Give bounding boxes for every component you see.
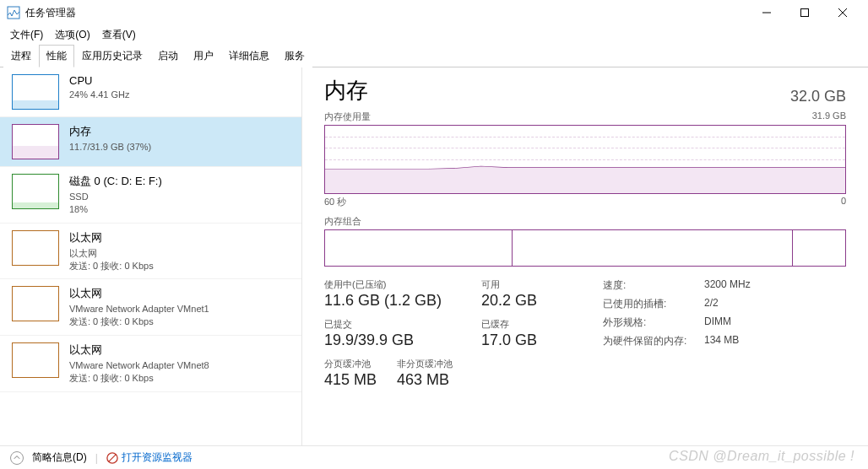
sidebar-thumbnail: [12, 286, 59, 321]
paged-value: 415 MB: [324, 371, 377, 389]
brief-info-link[interactable]: 简略信息(D): [32, 450, 87, 465]
slots-value: 2/2: [704, 297, 751, 312]
available-label: 可用: [481, 278, 574, 291]
sidebar-item-name: 磁盘 0 (C: D: E: F:): [69, 174, 162, 189]
sidebar-item-sub1: SSD: [69, 191, 162, 203]
tab-bar: 进程 性能 应用历史记录 启动 用户 详细信息 服务: [0, 44, 868, 67]
svg-line-6: [108, 454, 116, 461]
tab-processes[interactable]: 进程: [3, 45, 39, 67]
sidebar-item-blank-4[interactable]: 以太网VMware Network Adapter VMnet1发送: 0 接收…: [0, 279, 301, 336]
speed-value: 3200 MHz: [704, 278, 751, 294]
sidebar-item-sub2: 18%: [69, 203, 162, 216]
sidebar-item-mem-1[interactable]: 内存11.7/31.9 GB (37%): [0, 117, 301, 167]
usage-chart-label: 内存使用量: [324, 111, 371, 123]
minimize-button[interactable]: [747, 0, 785, 25]
main-panel: 内存 32.0 GB 内存使用量 31.9 GB 60 秒 0 内存组合: [302, 67, 868, 445]
svg-rect-2: [800, 9, 808, 17]
window-title: 任务管理器: [25, 6, 76, 20]
slots-key: 已使用的插槽:: [603, 297, 704, 312]
app-icon: [7, 6, 20, 19]
sidebar-thumbnail: [12, 342, 59, 378]
menu-options[interactable]: 选项(O): [55, 28, 90, 42]
stats-grid: 使用中(已压缩) 11.6 GB (1.2 GB) 可用 20.2 GB 已提交…: [324, 278, 574, 349]
maximize-button[interactable]: [785, 0, 823, 25]
sidebar-thumbnail: [12, 124, 59, 159]
cached-value: 17.0 GB: [481, 332, 574, 349]
nonpaged-value: 463 MB: [397, 371, 453, 389]
sidebar-item-sub2: 发送: 0 接收: 0 Kbps: [69, 315, 209, 328]
sidebar-item-sub1: VMware Network Adapter VMnet1: [69, 303, 209, 315]
content-area: CPU24% 4.41 GHz内存11.7/31.9 GB (37%)磁盘 0 …: [0, 67, 868, 445]
chevron-down-icon: [14, 455, 20, 461]
tab-users[interactable]: 用户: [186, 45, 221, 67]
menu-bar: 文件(F) 选项(O) 查看(V): [0, 25, 868, 44]
cached-label: 已缓存: [481, 318, 574, 331]
memory-usage-chart[interactable]: [324, 125, 846, 194]
in-use-label: 使用中(已压缩): [324, 278, 476, 291]
close-button[interactable]: [823, 0, 861, 25]
watermark: CSDN @Dream_it_possible !: [669, 449, 854, 464]
committed-label: 已提交: [324, 318, 476, 331]
sidebar-thumbnail: [12, 230, 59, 266]
sidebar-item-name: 以太网: [69, 286, 209, 301]
tab-startup[interactable]: 启动: [150, 45, 186, 67]
sidebar-item-sub1: 24% 4.41 GHz: [69, 89, 130, 101]
collapse-toggle[interactable]: [10, 451, 24, 465]
sidebar-item-name: 内存: [69, 124, 151, 139]
hw-key: 为硬件保留的内存:: [603, 334, 704, 349]
committed-value: 19.9/39.9 GB: [324, 332, 476, 349]
form-key: 外形规格:: [603, 315, 704, 331]
sidebar-item-sub1: 11.7/31.9 GB (37%): [69, 141, 151, 154]
nonpaged-label: 非分页缓冲池: [397, 358, 453, 370]
resource-monitor-icon: [106, 452, 118, 464]
form-value: DIMM: [704, 315, 751, 331]
x-axis-left: 60 秒: [324, 196, 346, 208]
spec-grid: 速度: 3200 MHz 已使用的插槽: 2/2 外形规格: DIMM 为硬件保…: [603, 278, 751, 349]
page-title: 内存: [324, 76, 368, 105]
sidebar-item-name: 以太网: [69, 230, 154, 245]
tab-app-history[interactable]: 应用历史记录: [74, 45, 150, 67]
sidebar-item-sub2: 发送: 0 接收: 0 Kbps: [69, 260, 154, 272]
open-resource-monitor[interactable]: 打开资源监视器: [106, 450, 193, 465]
resource-monitor-label: 打开资源监视器: [122, 450, 193, 465]
title-bar: 任务管理器: [0, 0, 868, 25]
speed-key: 速度:: [603, 278, 704, 294]
composition-label: 内存组合: [324, 215, 846, 228]
sidebar-item-name: 以太网: [69, 342, 209, 358]
menu-file[interactable]: 文件(F): [10, 28, 43, 42]
tab-services[interactable]: 服务: [277, 45, 312, 67]
sidebar-item-sub1: 以太网: [69, 247, 154, 260]
sidebar-item-blank-5[interactable]: 以太网VMware Network Adapter VMnet8发送: 0 接收…: [0, 336, 301, 392]
sidebar-item-cpu-0[interactable]: CPU24% 4.41 GHz: [0, 67, 301, 117]
tab-details[interactable]: 详细信息: [221, 45, 277, 67]
tab-performance[interactable]: 性能: [39, 45, 74, 67]
sidebar-item-eth1-3[interactable]: 以太网以太网发送: 0 接收: 0 Kbps: [0, 224, 301, 280]
sidebar-item-disk-2[interactable]: 磁盘 0 (C: D: E: F:)SSD18%: [0, 167, 301, 224]
sidebar-item-sub2: 发送: 0 接收: 0 Kbps: [69, 372, 209, 385]
sidebar-item-name: CPU: [69, 74, 130, 87]
hw-value: 134 MB: [704, 334, 751, 349]
x-axis-right: 0: [841, 196, 846, 208]
in-use-value: 11.6 GB (1.2 GB): [324, 292, 476, 310]
memory-composition-chart[interactable]: [324, 229, 846, 267]
menu-view[interactable]: 查看(V): [102, 28, 136, 42]
sidebar-thumbnail: [12, 74, 59, 110]
usage-chart-max: 31.9 GB: [812, 111, 846, 123]
available-value: 20.2 GB: [481, 292, 574, 310]
sidebar-item-sub1: VMware Network Adapter VMnet8: [69, 359, 209, 372]
memory-total: 32.0 GB: [790, 88, 846, 105]
paged-label: 分页缓冲池: [324, 358, 377, 370]
sidebar[interactable]: CPU24% 4.41 GHz内存11.7/31.9 GB (37%)磁盘 0 …: [0, 67, 302, 445]
sidebar-thumbnail: [12, 174, 59, 209]
